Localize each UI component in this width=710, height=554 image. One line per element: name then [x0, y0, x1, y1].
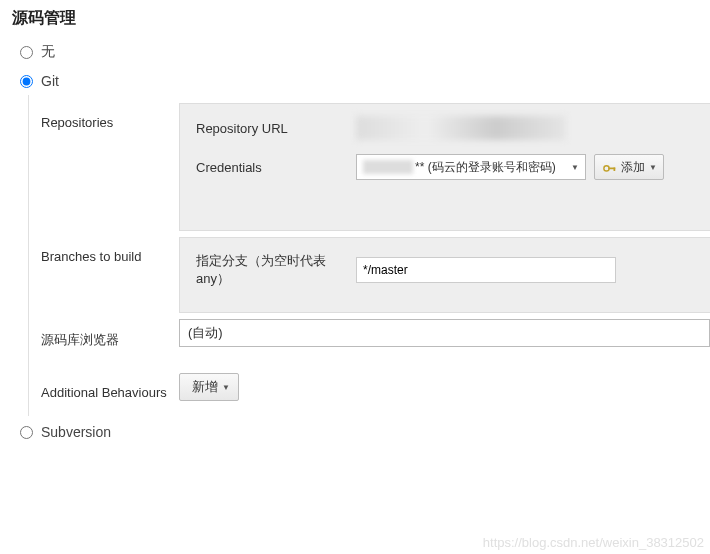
- repo-url-input[interactable]: [356, 116, 566, 140]
- radio-git-label: Git: [41, 73, 59, 89]
- repositories-panel: Repository URL Credentials ** (码云的登录账号和密…: [179, 103, 710, 231]
- caret-down-icon: ▼: [649, 163, 657, 172]
- add-behaviour-button[interactable]: 新增 ▼: [179, 373, 239, 401]
- watermark: https://blog.csdn.net/weixin_38312502: [483, 535, 704, 550]
- repo-browser-select[interactable]: (自动): [179, 319, 710, 347]
- branches-panel: 指定分支（为空时代表any）: [179, 237, 710, 313]
- scm-option-subversion[interactable]: Subversion: [0, 418, 710, 446]
- radio-none[interactable]: [20, 46, 33, 59]
- credentials-selected: ** (码云的登录账号和密码): [415, 159, 556, 176]
- repositories-label: Repositories: [29, 103, 179, 142]
- radio-none-label: 无: [41, 43, 55, 61]
- branches-label: Branches to build: [29, 237, 179, 276]
- radio-subversion[interactable]: [20, 426, 33, 439]
- branch-spec-input[interactable]: [356, 257, 616, 283]
- svg-rect-2: [614, 168, 616, 172]
- key-icon: [603, 162, 617, 172]
- git-config-body: Repositories Repository URL Credentials …: [28, 95, 710, 416]
- radio-git[interactable]: [20, 75, 33, 88]
- add-credentials-label: 添加: [621, 159, 645, 176]
- credentials-label: Credentials: [196, 160, 356, 175]
- add-credentials-button[interactable]: 添加 ▼: [594, 154, 664, 180]
- scm-option-none[interactable]: 无: [0, 37, 710, 67]
- scm-option-git[interactable]: Git: [0, 67, 710, 95]
- add-behaviour-label: 新增: [192, 378, 218, 396]
- caret-down-icon: ▼: [222, 383, 230, 392]
- behaviours-label: Additional Behaviours: [29, 373, 179, 412]
- section-title: 源码管理: [0, 0, 710, 37]
- repo-url-label: Repository URL: [196, 121, 356, 136]
- radio-subversion-label: Subversion: [41, 424, 111, 440]
- credentials-blur: [363, 160, 413, 174]
- repo-browser-label: 源码库浏览器: [29, 319, 179, 361]
- credentials-select[interactable]: ** (码云的登录账号和密码): [356, 154, 586, 180]
- branch-spec-label: 指定分支（为空时代表any）: [196, 252, 356, 288]
